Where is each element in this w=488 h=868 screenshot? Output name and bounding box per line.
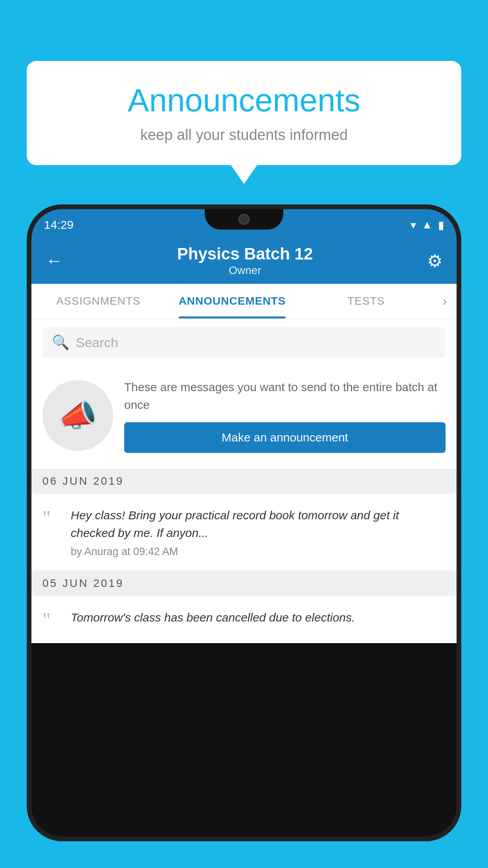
mute-button <box>27 296 31 319</box>
promo-description: These are messages you want to send to t… <box>124 378 446 414</box>
announcement-text-2: Tomorrow's class has been cancelled due … <box>71 609 446 626</box>
tab-tests-label: TESTS <box>347 295 385 307</box>
make-announcement-button[interactable]: Make an announcement <box>124 422 446 453</box>
announcement-item-1: " Hey class! Bring your practical record… <box>31 494 457 571</box>
settings-icon[interactable]: ⚙ <box>427 251 442 271</box>
battery-icon: ▮ <box>438 219 444 232</box>
tab-announcements[interactable]: ANNOUNCEMENTS <box>165 284 299 318</box>
tab-assignments-label: ASSIGNMENTS <box>56 295 141 307</box>
announcement-content-2: Tomorrow's class has been cancelled due … <box>71 609 446 631</box>
promo-content: These are messages you want to send to t… <box>124 378 446 453</box>
announcement-meta-1: by Anurag at 09:42 AM <box>71 546 446 558</box>
search-placeholder: Search <box>76 335 118 350</box>
announcements-subtitle: keep all your students informed <box>42 127 446 143</box>
volume-up-button <box>27 331 31 370</box>
phone-mockup: 14:29 ▾ ▲ ▮ ← Physics Batch 12 Owner ⚙ A… <box>27 204 461 868</box>
header-center: Physics Batch 12 Owner <box>177 245 313 277</box>
phone-notch <box>205 209 283 230</box>
quote-icon-2: " <box>42 610 62 631</box>
tab-more[interactable]: › <box>433 284 457 318</box>
volume-down-button <box>27 382 31 421</box>
search-icon: 🔍 <box>52 334 70 351</box>
tab-tests[interactable]: TESTS <box>299 284 433 318</box>
header-title: Physics Batch 12 <box>177 245 313 263</box>
announcement-item-2: " Tomorrow's class has been cancelled du… <box>31 596 457 643</box>
signal-icon: ▲ <box>422 219 433 231</box>
tabs-bar: ASSIGNMENTS ANNOUNCEMENTS TESTS › <box>31 284 457 319</box>
announcement-text-1: Hey class! Bring your practical record b… <box>71 506 446 542</box>
search-bar[interactable]: 🔍 Search <box>42 327 446 358</box>
announcements-title: Announcements <box>42 83 446 118</box>
quote-icon-1: " <box>42 508 62 558</box>
speech-bubble-container: Announcements keep all your students inf… <box>27 61 461 165</box>
front-camera <box>238 214 250 225</box>
announcement-promo: 📣 These are messages you want to send to… <box>31 366 457 469</box>
power-button <box>457 319 461 351</box>
phone-frame: 14:29 ▾ ▲ ▮ ← Physics Batch 12 Owner ⚙ A… <box>27 204 461 841</box>
header-subtitle: Owner <box>177 264 313 277</box>
tab-announcements-label: ANNOUNCEMENTS <box>179 295 286 307</box>
search-container: 🔍 Search <box>31 319 457 366</box>
back-button[interactable]: ← <box>46 251 63 270</box>
speech-bubble: Announcements keep all your students inf… <box>27 61 461 165</box>
status-time: 14:29 <box>44 218 73 232</box>
app-header: ← Physics Batch 12 Owner ⚙ <box>31 237 457 284</box>
date-separator-2: 05 JUN 2019 <box>31 571 457 596</box>
status-icons: ▾ ▲ ▮ <box>411 219 444 232</box>
phone-screen: 🔍 Search 📣 These are messages you want t… <box>31 319 457 643</box>
announcement-content-1: Hey class! Bring your practical record b… <box>71 506 446 558</box>
date-separator-1: 06 JUN 2019 <box>31 469 457 494</box>
wifi-icon: ▾ <box>411 219 416 232</box>
megaphone-circle: 📣 <box>42 380 113 451</box>
megaphone-icon: 📣 <box>58 397 97 434</box>
tab-assignments[interactable]: ASSIGNMENTS <box>31 284 165 318</box>
